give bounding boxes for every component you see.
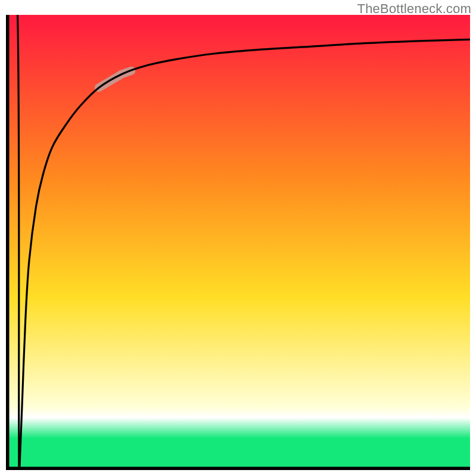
gradient-background: [6, 15, 470, 470]
chart-container: TheBottleneck.com: [0, 0, 476, 476]
chart-svg: [6, 15, 470, 470]
plot-area: [6, 15, 470, 470]
